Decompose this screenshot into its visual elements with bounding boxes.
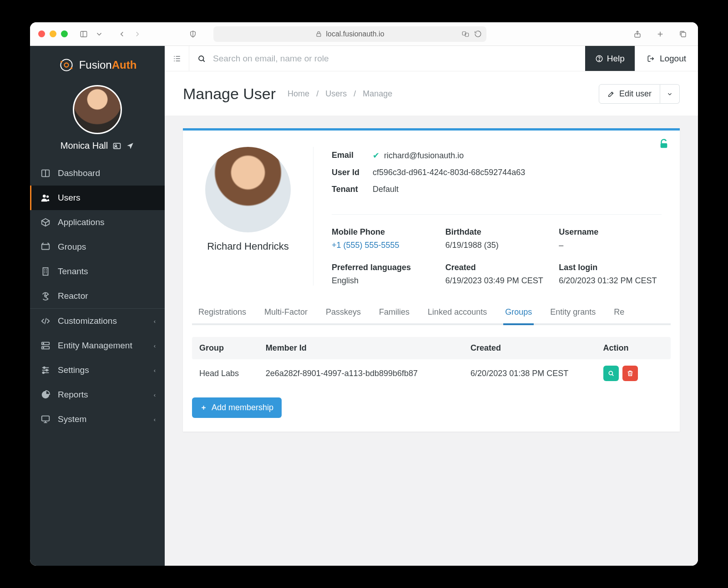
label-user-id: User Id xyxy=(332,168,373,177)
address-bar[interactable]: local.fusionauth.io xyxy=(213,26,486,42)
cube-icon xyxy=(40,217,51,227)
sidebar-item-settings[interactable]: Settings ‹ xyxy=(30,358,165,382)
user-id: cf596c3d-d961-424c-803d-68c592744a63 xyxy=(373,168,525,177)
svg-point-56 xyxy=(609,371,612,375)
svg-point-53 xyxy=(599,60,600,61)
reload-icon[interactable] xyxy=(474,30,482,38)
user-display-name: Richard Hendricks xyxy=(201,241,295,252)
user-created: 6/19/2023 03:49 PM CEST xyxy=(445,276,548,286)
edit-user-button[interactable]: Edit user xyxy=(599,84,660,104)
browser-titlebar: local.fusionauth.io xyxy=(30,22,698,46)
svg-rect-2 xyxy=(317,34,321,36)
svg-point-50 xyxy=(199,56,204,61)
share-icon[interactable] xyxy=(631,28,644,40)
user-tabs: Registrations Multi-Factor Passkeys Fami… xyxy=(192,302,671,325)
user-username: – xyxy=(559,241,662,250)
user-preferred-languages: English xyxy=(332,276,435,286)
svg-point-11 xyxy=(61,61,62,63)
sidebar-item-label: System xyxy=(58,414,86,424)
current-user-panel: Monica Hall xyxy=(30,78,165,161)
verified-icon: ✔ xyxy=(373,151,379,160)
svg-rect-8 xyxy=(681,32,686,37)
user-card: Richard Hendricks Email ✔richard@fusiona… xyxy=(183,128,680,432)
shield-icon[interactable] xyxy=(186,28,200,40)
tab-families[interactable]: Families xyxy=(378,302,410,323)
brand-logo[interactable]: FusionAuth xyxy=(30,46,165,78)
logout-button[interactable]: Logout xyxy=(635,46,698,71)
label-last-login: Last login xyxy=(559,263,662,272)
sidebar-item-dashboard[interactable]: Dashboard xyxy=(30,161,165,186)
cell-group: Head Labs xyxy=(199,369,266,378)
minimize-window-button[interactable] xyxy=(50,30,56,37)
window-controls xyxy=(38,30,68,37)
label-username: Username xyxy=(559,227,662,237)
tab-recent[interactable]: Re xyxy=(613,302,625,323)
add-membership-button[interactable]: Add membership xyxy=(192,397,282,418)
svg-rect-19 xyxy=(42,245,50,250)
svg-rect-55 xyxy=(661,143,667,148)
tab-entity-grants[interactable]: Entity grants xyxy=(549,302,597,323)
chevron-left-icon: ‹ xyxy=(154,367,156,374)
page-header: Manage User Home / Users / Manage Edit u… xyxy=(165,71,698,116)
breadcrumb-home[interactable]: Home xyxy=(288,89,309,98)
sidebar-item-tenants[interactable]: Tenants xyxy=(30,259,165,284)
collapse-sidebar-button[interactable] xyxy=(165,46,189,71)
tab-multi-factor[interactable]: Multi-Factor xyxy=(263,302,308,323)
lock-icon xyxy=(315,30,322,37)
forward-button[interactable] xyxy=(131,28,144,40)
sidebar-item-entity-management[interactable]: Entity Management ‹ xyxy=(30,333,165,358)
tab-groups[interactable]: Groups xyxy=(504,302,533,323)
maximize-window-button[interactable] xyxy=(61,30,68,37)
sidebar-item-system[interactable]: System ‹ xyxy=(30,407,165,432)
sidebar-item-applications[interactable]: Applications xyxy=(30,210,165,235)
group-icon xyxy=(40,242,51,252)
sidebar-item-label: Reports xyxy=(58,390,88,400)
translate-icon[interactable] xyxy=(461,30,470,38)
label-preferred-languages: Preferred languages xyxy=(332,263,435,272)
col-action: Action xyxy=(603,343,663,353)
edit-user-dropdown[interactable] xyxy=(660,84,680,104)
svg-rect-22 xyxy=(43,268,48,276)
chevron-down-icon[interactable] xyxy=(92,28,106,40)
breadcrumb: Home / Users / Manage xyxy=(288,89,392,99)
delete-membership-button[interactable] xyxy=(622,366,638,381)
breadcrumb-users[interactable]: Users xyxy=(325,89,347,98)
sidebar-item-label: Groups xyxy=(58,242,86,252)
new-tab-icon[interactable] xyxy=(653,28,667,40)
label-email: Email xyxy=(332,151,373,161)
sidebar-item-customizations[interactable]: Customizations ‹ xyxy=(30,309,165,333)
back-button[interactable] xyxy=(115,28,129,40)
svg-point-17 xyxy=(43,195,46,198)
close-window-button[interactable] xyxy=(38,30,45,37)
tabs-icon[interactable] xyxy=(676,28,690,40)
sidebar-item-reports[interactable]: Reports ‹ xyxy=(30,382,165,407)
sidebar-item-label: Dashboard xyxy=(58,168,100,178)
tab-passkeys[interactable]: Passkeys xyxy=(325,302,362,323)
help-button[interactable]: Help xyxy=(585,46,635,71)
col-member-id: Member Id xyxy=(266,343,470,353)
user-avatar xyxy=(205,147,291,232)
location-icon[interactable] xyxy=(126,142,134,150)
svg-line-57 xyxy=(612,374,613,376)
search-input[interactable] xyxy=(213,54,577,64)
view-membership-button[interactable] xyxy=(603,366,619,381)
tab-linked-accounts[interactable]: Linked accounts xyxy=(427,302,488,323)
svg-point-18 xyxy=(46,196,49,198)
chevron-left-icon: ‹ xyxy=(154,416,156,423)
id-card-icon[interactable] xyxy=(112,141,121,151)
tab-registrations[interactable]: Registrations xyxy=(197,302,247,323)
sidebar-item-label: Customizations xyxy=(58,316,117,326)
avatar[interactable] xyxy=(73,85,122,134)
svg-line-51 xyxy=(203,60,205,62)
table-row: Head Labs 2e6a282f-8901-4997-a113-bdb899… xyxy=(192,359,671,387)
app-root: FusionAuth Monica Hall Dashboard Users xyxy=(30,46,698,566)
unlock-icon[interactable] xyxy=(659,139,669,149)
logo-icon xyxy=(58,57,75,73)
sidebar-item-reactor[interactable]: Reactor xyxy=(30,284,165,308)
mobile-phone-link[interactable]: +1 (555) 555-5555 xyxy=(332,241,435,250)
svg-point-39 xyxy=(46,369,48,371)
sidebar-toggle-icon[interactable] xyxy=(77,28,91,40)
pie-chart-icon xyxy=(40,390,51,400)
sidebar-item-groups[interactable]: Groups xyxy=(30,235,165,259)
sidebar-item-users[interactable]: Users xyxy=(30,186,165,210)
